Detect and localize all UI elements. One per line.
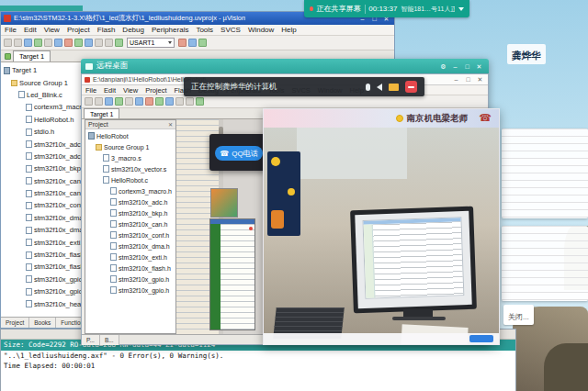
tree-item[interactable]: stm32f10x_flash.h: [85, 263, 175, 274]
call-phone-icon[interactable]: [479, 112, 492, 124]
remote-close-button[interactable]: [474, 61, 484, 71]
settings-icon[interactable]: [438, 61, 448, 71]
toolbar-icon[interactable]: [135, 97, 143, 106]
tree-item[interactable]: stm32f10x_flash.c: [1, 249, 89, 261]
tree-item[interactable]: HelloRobot: [85, 130, 175, 141]
tree-item[interactable]: cortexm3_macro.h: [85, 185, 175, 196]
toolbar-icon[interactable]: [175, 97, 184, 106]
tree-item[interactable]: stm32f10x_gpio.h: [85, 274, 175, 285]
toolbar-icon[interactable]: [178, 39, 187, 47]
toolbar-icon[interactable]: [85, 39, 93, 47]
toolbar-icon[interactable]: [115, 39, 123, 47]
menu-item[interactable]: View: [40, 26, 63, 34]
tree-item[interactable]: stm32f10x_adc.c: [1, 138, 89, 150]
tree-item[interactable]: cortexm3_macro.h: [1, 101, 89, 113]
menu-item[interactable]: Help: [277, 26, 300, 34]
menu-item[interactable]: Flash: [94, 26, 119, 34]
inner-close-button[interactable]: [475, 75, 485, 84]
mini-window[interactable]: [210, 188, 238, 218]
speaker-icon[interactable]: [377, 84, 382, 91]
tree-item[interactable]: Target 1: [1, 64, 89, 76]
remote-minimize-button[interactable]: [450, 61, 460, 71]
menu-item[interactable]: Debug: [119, 26, 148, 34]
toolbar-icon[interactable]: [54, 39, 62, 47]
toolbar-icon[interactable]: [85, 97, 93, 106]
end-control-button[interactable]: [405, 81, 417, 93]
screen-share-icon[interactable]: [389, 84, 399, 91]
toolbar-icon[interactable]: [165, 97, 174, 106]
tree-item[interactable]: stm32f10x_exti.h: [85, 251, 175, 263]
tree-item[interactable]: stm32f10x_vector.s: [85, 163, 175, 174]
menu-item[interactable]: Edit: [20, 26, 40, 34]
menu-item[interactable]: Tools: [192, 26, 217, 34]
toolbar-icon[interactable]: [145, 97, 153, 106]
tree-item[interactable]: HelloRobot.h: [1, 114, 89, 126]
menu-item[interactable]: Project: [141, 86, 170, 95]
toolbar-icon[interactable]: [44, 39, 52, 47]
toolbar-icon[interactable]: [34, 39, 42, 47]
menu-item[interactable]: File: [82, 86, 100, 95]
toolbar-icon[interactable]: [64, 39, 73, 47]
tree-item[interactable]: stm32f10x_conf.h: [85, 229, 175, 240]
menu-item[interactable]: View: [119, 86, 141, 95]
video-call-header[interactable]: 南京机电梁老师: [264, 109, 499, 128]
tree-item[interactable]: stm32f10x_adc.h: [85, 196, 175, 207]
panel-tab[interactable]: Books: [29, 318, 56, 328]
menu-item[interactable]: SVCS: [217, 26, 244, 34]
toolbar-icon[interactable]: [4, 39, 12, 47]
tree-item[interactable]: Source Group 1: [85, 141, 175, 152]
menu-item[interactable]: Edit: [100, 86, 119, 95]
toolbar-icon[interactable]: [105, 97, 113, 106]
tree-item[interactable]: stm32f10x_heads.h: [1, 297, 89, 309]
toolbar-icon[interactable]: [95, 97, 103, 106]
tree-item[interactable]: stm32f10x_dma.c: [1, 212, 89, 224]
panel-tab[interactable]: B...: [100, 335, 119, 345]
flag-icon[interactable]: [5, 53, 11, 60]
menu-item[interactable]: Window: [244, 26, 277, 34]
tree-item[interactable]: stm32f10x_gpio.c: [1, 274, 89, 285]
tree-item[interactable]: stm32f10x_gpio.h: [1, 285, 89, 297]
tree-item[interactable]: stdio.h: [1, 126, 89, 138]
toolbar-icon[interactable]: [74, 39, 83, 47]
tree-item[interactable]: stm32f10x_flash.h: [1, 261, 89, 273]
remote-maximize-button[interactable]: [462, 61, 472, 71]
menu-item[interactable]: Project: [63, 26, 94, 34]
toolbar-icon[interactable]: [24, 39, 32, 47]
tree-item[interactable]: stm32f10x_conf.h: [1, 199, 89, 211]
menu-item[interactable]: Peripherals: [148, 26, 192, 34]
tree-item[interactable]: stm32f10x_bkp.h: [85, 207, 175, 218]
tree-item[interactable]: stm32f10x_dma.h: [85, 240, 175, 251]
toolbar-icon[interactable]: [188, 39, 197, 47]
panel-close-icon[interactable]: [168, 121, 173, 128]
toolbar-icon[interactable]: [125, 97, 133, 106]
tree-item[interactable]: stm32f10x_can.h: [1, 187, 89, 199]
tree-item[interactable]: stm32f10x_exti.h: [1, 236, 89, 248]
tree-item[interactable]: stm32f10x_gpio.h: [85, 285, 175, 296]
remote-title-bar[interactable]: 远程桌面: [81, 59, 489, 73]
tree-item[interactable]: Led_Blink.c: [1, 89, 89, 101]
target-select[interactable]: USART1: [127, 38, 175, 48]
toolbar-icon[interactable]: [14, 39, 22, 47]
toolbar-icon[interactable]: [115, 97, 123, 106]
tab-target-1[interactable]: Target 1: [13, 50, 51, 61]
build-output-body[interactable]: Size: Code=2292 RO-data=268 RW-data=44 Z…: [1, 340, 515, 391]
chevron-down-icon[interactable]: [458, 7, 464, 11]
microphone-icon[interactable]: [366, 84, 370, 91]
qq-call-button[interactable]: QQ电话: [215, 146, 263, 161]
tab-target-1[interactable]: Target 1: [84, 108, 119, 118]
toolbar-icon[interactable]: [198, 39, 207, 47]
toolbar-icon[interactable]: [196, 97, 204, 106]
mini-screenshot-window[interactable]: [209, 218, 255, 330]
tree-item[interactable]: HelloRobot.c: [85, 174, 175, 185]
tree-item[interactable]: stm32f10x_can.c: [1, 175, 89, 187]
panel-tab[interactable]: P...: [82, 335, 100, 345]
tree-item[interactable]: Source Group 1: [1, 76, 89, 88]
tree-item[interactable]: stm32f10x_dma.h: [1, 224, 89, 236]
toolbar-icon[interactable]: [155, 97, 164, 106]
toolbar-icon[interactable]: [186, 97, 194, 106]
video-feed[interactable]: [264, 128, 499, 344]
inner-minimize-button[interactable]: [451, 75, 461, 84]
inner-maximize-button[interactable]: [463, 75, 473, 84]
tree-item[interactable]: stm32f10x_bkp.c: [1, 162, 89, 174]
close-share-button[interactable]: 关闭...: [503, 305, 534, 325]
